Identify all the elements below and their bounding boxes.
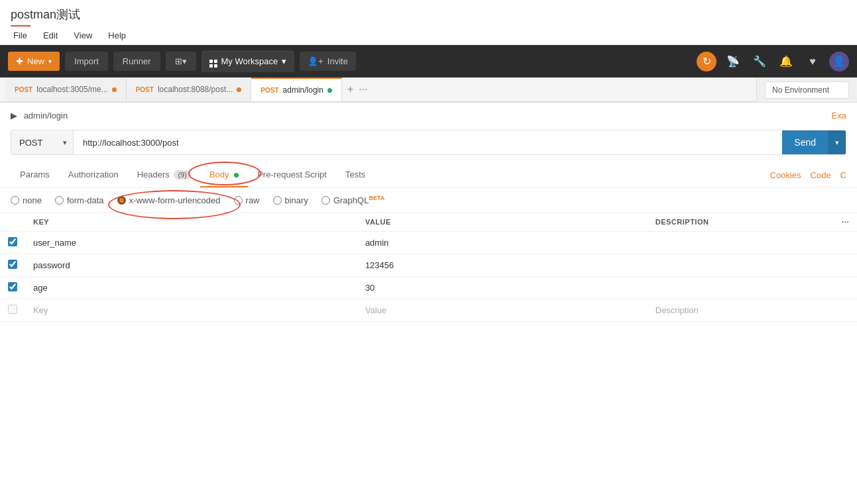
- notifications-icon[interactable]: 🔔: [776, 52, 796, 72]
- tabs-area: POST localhost:3005/me... POST localhost…: [0, 77, 756, 102]
- tab-1-dot: [112, 87, 117, 92]
- row3-value[interactable]: 30: [357, 277, 648, 299]
- row3-desc[interactable]: [648, 277, 815, 299]
- menu-file[interactable]: File: [11, 29, 30, 42]
- method-select[interactable]: POST GET PUT DELETE PATCH: [11, 131, 74, 154]
- workspace-label: My Workspace: [221, 56, 278, 66]
- tab-3-method: POST: [260, 87, 278, 94]
- row3-key[interactable]: age: [25, 277, 357, 299]
- row1-checkbox[interactable]: [8, 237, 17, 246]
- row3-checkbox[interactable]: [8, 282, 17, 291]
- placeholder-desc[interactable]: Description: [648, 299, 815, 322]
- table-row: password 123456: [0, 254, 857, 277]
- radio-none[interactable]: none: [11, 195, 42, 205]
- send-button[interactable]: Send: [782, 130, 828, 154]
- url-input[interactable]: [74, 130, 782, 154]
- tab-3-dot: [327, 88, 332, 93]
- row1-actions: [815, 232, 857, 254]
- chevron-down-icon: ▾: [48, 58, 52, 65]
- radio-raw[interactable]: raw: [234, 195, 260, 205]
- radio-graphql[interactable]: GraphQLBETA: [321, 195, 384, 205]
- tab-1-method: POST: [15, 86, 32, 93]
- plus-icon: ✚: [16, 56, 23, 66]
- req-tab-tests[interactable]: Tests: [336, 163, 374, 187]
- toolbar: ✚ New ▾ Import Runner ⊞▾ My Workspace ▾ …: [0, 45, 857, 77]
- tab-1-url: localhost:3005/me...: [36, 85, 107, 94]
- sync-icon[interactable]: ↻: [697, 52, 716, 72]
- row3-actions: [815, 277, 857, 299]
- invite-button[interactable]: 👤+ Invite: [300, 52, 356, 71]
- row3-checkbox-cell: [0, 277, 25, 299]
- col-value-header: VALUE: [357, 213, 648, 232]
- radio-urlencoded[interactable]: x-www-form-urlencoded: [117, 195, 221, 205]
- row1-checkbox-cell: [0, 232, 25, 254]
- import-button[interactable]: Import: [65, 52, 108, 71]
- placeholder-value[interactable]: Value: [357, 299, 648, 322]
- req-tab-authorization[interactable]: Authorization: [59, 163, 128, 187]
- request-section: ▶ admin/login Exa POST GET PUT DELETE PA…: [0, 103, 857, 163]
- row2-key[interactable]: password: [25, 254, 357, 277]
- layout-button[interactable]: ⊞▾: [166, 52, 196, 71]
- req-tab-params[interactable]: Params: [11, 163, 59, 187]
- body-type-row: none form-data x-www-form-urlencoded raw…: [0, 188, 857, 213]
- settings-icon[interactable]: 🔧: [750, 52, 770, 72]
- placeholder-key[interactable]: Key: [25, 299, 357, 322]
- table-row: age 30: [0, 277, 857, 299]
- cookies-link[interactable]: Cookies: [770, 170, 801, 180]
- row1-key[interactable]: user_name: [25, 232, 357, 254]
- code-link[interactable]: Code: [811, 170, 831, 180]
- req-tabs-right: Cookies Code C: [770, 170, 846, 180]
- placeholder-checkbox[interactable]: [8, 305, 17, 314]
- satellite-icon[interactable]: 📡: [723, 52, 743, 72]
- req-tab-headers[interactable]: Headers (9): [128, 163, 200, 187]
- beta-badge: BETA: [369, 195, 384, 201]
- tab-3[interactable]: POST admin/login: [251, 77, 342, 101]
- row1-desc[interactable]: [648, 232, 815, 254]
- menu-help[interactable]: Help: [105, 29, 129, 42]
- radio-form-data[interactable]: form-data: [55, 195, 104, 205]
- row2-desc[interactable]: [648, 254, 815, 277]
- add-tab-icon[interactable]: +: [347, 83, 353, 95]
- table-row-placeholder: Key Value Description: [0, 299, 857, 322]
- tabs-container: POST localhost:3005/me... POST localhost…: [0, 77, 857, 103]
- row2-actions: [815, 254, 857, 277]
- row2-value[interactable]: 123456: [357, 254, 648, 277]
- menu-edit[interactable]: Edit: [40, 29, 60, 42]
- tab-2[interactable]: POST localhost:8088/post...: [127, 78, 252, 101]
- placeholder-checkbox-cell: [0, 299, 25, 322]
- req-tab-body[interactable]: Body: [200, 163, 248, 187]
- request-bar: POST GET PUT DELETE PATCH Send ▾: [11, 130, 846, 155]
- tab-2-url: localhost:8088/post...: [158, 85, 233, 94]
- req-tab-pre-request[interactable]: Pre-request Script: [248, 163, 336, 187]
- runner-button[interactable]: Runner: [113, 52, 160, 71]
- send-chevron-button[interactable]: ▾: [828, 130, 846, 154]
- tab-1[interactable]: POST localhost:3005/me...: [5, 78, 127, 101]
- toolbar-right: ↻ 📡 🔧 🔔 ♥ 👤: [697, 52, 849, 72]
- col-actions-header: ···: [815, 213, 857, 232]
- heart-icon[interactable]: ♥: [803, 52, 823, 72]
- avatar[interactable]: 👤: [829, 52, 849, 72]
- menu-view[interactable]: View: [71, 29, 95, 42]
- params-table-container: KEY VALUE DESCRIPTION ··· user_name admi…: [0, 213, 857, 322]
- row1-value[interactable]: admin: [357, 232, 648, 254]
- tab-3-url: admin/login: [283, 85, 323, 95]
- row2-checkbox[interactable]: [8, 260, 17, 269]
- req-tabs: Params Authorization Headers (9) Body Pr…: [0, 163, 857, 188]
- new-button[interactable]: ✚ New ▾: [8, 52, 60, 71]
- environment-selector: No Environment: [756, 77, 857, 102]
- invite-label: Invite: [327, 56, 348, 66]
- params-table: KEY VALUE DESCRIPTION ··· user_name admi…: [0, 213, 857, 322]
- tab-actions: + ···: [347, 83, 368, 95]
- workspace-grid-icon: [209, 55, 217, 68]
- environment-select[interactable]: No Environment: [765, 81, 849, 99]
- more-link[interactable]: C: [840, 170, 846, 180]
- new-label: New: [27, 56, 44, 66]
- tab-2-dot: [237, 87, 241, 92]
- body-dot: [234, 173, 239, 177]
- page-title: postman测试: [0, 0, 857, 25]
- more-tabs-icon[interactable]: ···: [359, 83, 367, 95]
- radio-binary[interactable]: binary: [273, 195, 308, 205]
- workspace-button[interactable]: My Workspace ▾: [201, 50, 295, 72]
- breadcrumb: admin/login: [24, 111, 68, 121]
- example-link[interactable]: Exa: [832, 111, 846, 121]
